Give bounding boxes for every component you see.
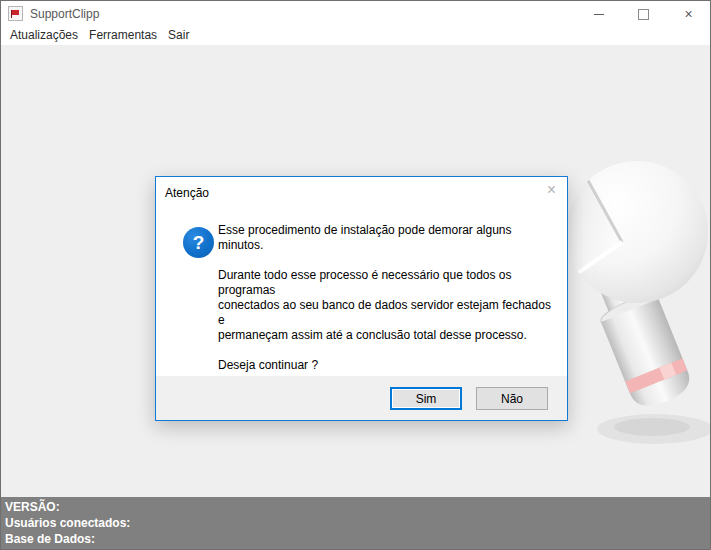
attention-dialog: Atenção × ? Esse procedimento de instala… — [155, 176, 568, 421]
dialog-message: Esse procedimento de instalação pode dem… — [218, 223, 570, 373]
question-icon: ? — [183, 227, 214, 258]
close-icon: × — [684, 7, 692, 21]
minimize-button[interactable] — [576, 0, 621, 28]
dialog-footer: Sim Não — [156, 376, 567, 420]
dialog-title: Atenção — [165, 186, 209, 200]
title-bar: SupportClipp × — [0, 0, 711, 28]
window-title: SupportClipp — [30, 7, 99, 21]
app-flag-icon — [8, 6, 23, 21]
no-button[interactable]: Não — [476, 387, 548, 410]
status-users-label: Usuários conectados: — [5, 515, 710, 531]
close-icon: × — [547, 181, 556, 198]
menu-item-atualizacoes[interactable]: Atualizações — [10, 28, 78, 42]
maximize-button[interactable] — [621, 0, 666, 28]
menu-item-sair[interactable]: Sair — [168, 28, 189, 42]
status-version-label: VERSÃO: — [5, 499, 710, 515]
status-bar: VERSÃO: Usuários conectados: Base de Dad… — [1, 497, 710, 549]
menu-bar: Atualizações Ferramentas Sair — [0, 28, 711, 45]
minimize-icon — [594, 14, 604, 15]
close-button[interactable]: × — [666, 0, 711, 28]
window-controls: × — [576, 0, 711, 28]
dialog-close-button[interactable]: × — [547, 182, 556, 198]
status-database-label: Base de Dados: — [5, 531, 710, 547]
menu-item-ferramentas[interactable]: Ferramentas — [89, 28, 157, 42]
yes-button[interactable]: Sim — [390, 387, 462, 410]
maximize-icon — [638, 9, 649, 20]
